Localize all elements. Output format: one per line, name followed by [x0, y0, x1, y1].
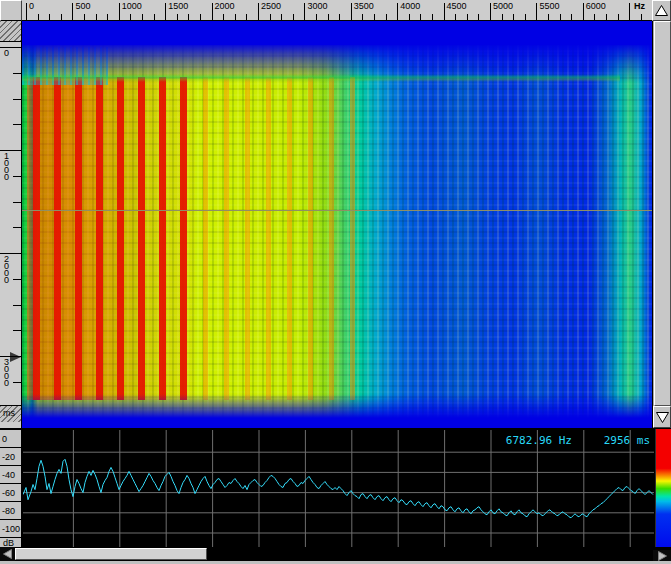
spectrogram-onset-edge: [22, 74, 620, 82]
freq-minor-tick: [61, 14, 62, 21]
vertical-scrollbar[interactable]: [652, 21, 671, 428]
freq-major-tick: [165, 3, 166, 21]
freq-minor-tick: [49, 14, 50, 21]
frequency-ruler: Hz 0500100015002000250030003500400045005…: [22, 0, 652, 21]
freq-major-tick: [119, 3, 120, 21]
freq-minor-tick: [432, 14, 433, 21]
top-ruler-row: Hz 0500100015002000250030003500400045005…: [0, 0, 671, 21]
freq-minor-tick: [420, 14, 421, 21]
time-cursor-line: [22, 210, 652, 211]
horizontal-scrollbar-thumb[interactable]: [15, 548, 207, 560]
freq-minor-tick: [548, 14, 549, 21]
freq-minor-tick: [502, 14, 503, 21]
cursor-frequency-readout: 6782.96 Hz: [506, 434, 572, 447]
ruler-hatch-bottom: ms: [0, 405, 21, 422]
freq-minor-tick: [316, 14, 317, 21]
freq-minor-tick: [374, 14, 375, 21]
cursor-time-readout: 2956 ms: [604, 434, 650, 447]
freq-major-tick: [26, 3, 27, 21]
freq-minor-tick: [200, 14, 201, 21]
time-minor-tick: [13, 99, 21, 100]
freq-minor-tick: [594, 14, 595, 21]
freq-minor-tick: [328, 14, 329, 21]
db-axis-label: -80: [0, 502, 21, 520]
ruler-hatch-top: [0, 21, 21, 42]
freq-minor-tick: [96, 14, 97, 21]
spectrogram-canvas[interactable]: [22, 21, 652, 428]
freq-minor-tick: [154, 14, 155, 21]
db-axis-label: 0: [0, 430, 21, 448]
time-minor-tick: [13, 305, 21, 306]
spectrum-grid: [23, 430, 654, 547]
freq-minor-tick: [513, 14, 514, 21]
freq-minor-tick: [38, 14, 39, 21]
freq-major-tick: [444, 3, 445, 21]
freq-minor-tick: [409, 14, 410, 21]
freq-minor-tick: [177, 14, 178, 21]
time-tick-label: 2000: [4, 256, 9, 284]
freq-minor-tick: [223, 14, 224, 21]
left-arrow-icon: [3, 549, 12, 559]
freq-major-tick: [212, 3, 213, 21]
freq-tick-label: 5000: [493, 1, 513, 11]
app-window: Hz 0500100015002000250030003500400045005…: [0, 0, 671, 564]
freq-minor-tick: [455, 14, 456, 21]
time-minor-tick: [13, 279, 21, 280]
freq-minor-tick: [525, 14, 526, 21]
freq-tick-label: 1000: [122, 1, 142, 11]
vertical-scrollbar-thumb[interactable]: [654, 21, 671, 406]
time-tick-label: 1000: [4, 153, 9, 181]
scroll-down-button[interactable]: [653, 406, 671, 428]
spectrum-trace: [23, 459, 653, 518]
time-ruler: ms 0100020003000: [0, 21, 22, 428]
freq-major-tick: [258, 3, 259, 21]
time-tick-label: 3000: [4, 359, 9, 387]
freq-tick-label: 3500: [354, 1, 374, 11]
freq-minor-tick: [281, 14, 282, 21]
freq-minor-tick: [130, 14, 131, 21]
hz-unit-label: Hz: [634, 1, 645, 11]
freq-tick-label: 2000: [215, 1, 235, 11]
freq-major-tick: [536, 3, 537, 21]
time-tick-label: 0: [4, 50, 9, 57]
freq-minor-tick: [188, 14, 189, 21]
freq-tick-label: 4000: [400, 1, 420, 11]
freq-major-tick: [72, 3, 73, 21]
right-arrow-icon: [658, 551, 667, 561]
time-minor-tick: [13, 330, 21, 331]
freq-minor-tick: [641, 14, 642, 21]
db-axis-label: -60: [0, 484, 21, 502]
spectrum-plot: 6782.96 Hz 2956 ms: [23, 430, 654, 547]
freq-minor-tick: [142, 14, 143, 21]
freq-tick-label: 3000: [307, 1, 327, 11]
freq-minor-tick: [270, 14, 271, 21]
corner-box: [0, 0, 22, 21]
db-axis-label: -40: [0, 466, 21, 484]
horizontal-scrollbar[interactable]: [0, 547, 671, 561]
freq-minor-tick: [606, 14, 607, 21]
time-minor-tick: [13, 124, 21, 125]
up-arrow-icon: [655, 5, 668, 16]
time-cursor-marker: [10, 352, 21, 362]
freq-minor-tick: [84, 14, 85, 21]
freq-minor-tick: [467, 14, 468, 21]
freq-major-tick: [629, 3, 630, 21]
color-scale-bar: [655, 429, 671, 556]
freq-tick-label: 5500: [539, 1, 559, 11]
time-minor-tick: [13, 202, 21, 203]
freq-minor-tick: [386, 14, 387, 21]
scroll-up-button[interactable]: [652, 0, 671, 21]
horizontal-scrollbar-track[interactable]: [207, 547, 652, 561]
scroll-left-button[interactable]: [0, 547, 15, 561]
down-arrow-icon: [656, 412, 669, 423]
db-axis-label: -100: [0, 520, 21, 538]
freq-tick-label: 6000: [586, 1, 606, 11]
freq-tick-label: 1500: [168, 1, 188, 11]
freq-major-tick: [583, 3, 584, 21]
time-minor-tick: [13, 227, 21, 228]
freq-minor-tick: [362, 14, 363, 21]
freq-tick-label: 0: [29, 1, 34, 11]
ms-unit-label: ms: [3, 408, 15, 418]
db-axis: 0-20-40-60-80-100 dB: [0, 430, 22, 547]
time-minor-tick: [13, 382, 21, 383]
